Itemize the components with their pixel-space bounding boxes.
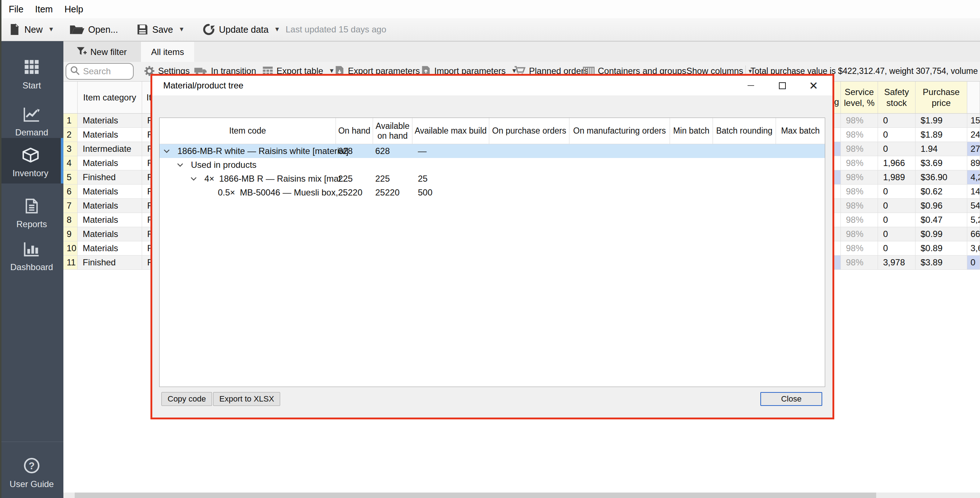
table-row[interactable]: 98% 0 $0.96 54 — [812, 199, 980, 213]
safety-stock-cell[interactable]: 0 — [878, 114, 916, 127]
safety-stock-cell[interactable]: 3,978 — [878, 255, 916, 270]
purchase-price-header[interactable]: Purchase price — [916, 82, 967, 113]
safety-stock-cell[interactable]: 0 — [878, 213, 916, 227]
table-row[interactable]: 98% 0 $0.99 66 — [812, 227, 980, 241]
clipped-value-cell[interactable]: 89 — [967, 156, 980, 170]
purchase-price-cell[interactable]: $0.99 — [916, 227, 967, 241]
item-category-cell[interactable]: Materials — [78, 128, 142, 142]
menu-item[interactable]: File — [3, 4, 29, 14]
caret-down-icon[interactable]: ▼ — [329, 67, 335, 75]
safety-stock-cell[interactable]: 0 — [878, 185, 916, 198]
clipped-value-cell[interactable]: 54 — [967, 199, 980, 213]
chevron-down-icon[interactable] — [177, 163, 191, 167]
purchase-price-cell[interactable]: $3.89 — [916, 255, 967, 270]
clipped-value-cell[interactable]: 27 — [967, 142, 980, 156]
new-filter-button[interactable]: New filter — [76, 41, 127, 62]
sidebar-item-reports[interactable]: Reports — [0, 194, 64, 229]
scrollbar-thumb[interactable] — [75, 493, 876, 498]
tree-column-header[interactable]: Item code — [159, 118, 336, 144]
service-level-cell[interactable]: 98% — [841, 185, 878, 198]
item-category-cell[interactable]: Intermediate — [78, 142, 142, 156]
horizontal-scrollbar[interactable] — [64, 493, 980, 498]
safety-stock-cell[interactable]: 0 — [878, 199, 916, 213]
service-level-cell[interactable]: 98% — [841, 170, 878, 184]
purchase-price-cell[interactable]: $1.89 — [916, 128, 967, 142]
tree-row[interactable]: 0.5× MB-50046 — Muesli box,... 25220 252… — [159, 186, 825, 200]
item-category-cell[interactable]: Materials — [78, 213, 142, 227]
tree-column-header[interactable]: On hand — [336, 118, 373, 144]
clipped-column-header[interactable] — [967, 82, 980, 113]
service-level-header[interactable]: Service level, % — [841, 82, 878, 113]
save-button[interactable]: Save ▼ — [136, 18, 185, 41]
caret-down-icon[interactable]: ▼ — [48, 26, 54, 33]
purchase-price-cell[interactable]: $0.47 — [916, 213, 967, 227]
item-category-cell[interactable]: Materials — [78, 199, 142, 213]
clipped-value-cell[interactable]: 24 — [967, 128, 980, 142]
minimize-button[interactable] — [740, 76, 762, 95]
copy-code-button[interactable]: Copy code — [161, 392, 212, 406]
clipped-value-cell[interactable]: 0 — [967, 255, 980, 270]
safety-stock-header[interactable]: Safety stock — [878, 82, 916, 113]
table-row[interactable]: 98% 0 1.94 27 — [812, 142, 980, 156]
open-button[interactable]: Open... — [69, 18, 118, 41]
service-level-cell[interactable]: 98% — [841, 255, 878, 270]
tree-row[interactable]: 1866-MB-R white — Raisins white [materia… — [159, 144, 825, 158]
safety-stock-cell[interactable]: 0 — [878, 241, 916, 255]
service-level-cell[interactable]: 98% — [841, 213, 878, 227]
dialog-close-button[interactable]: Close — [760, 392, 822, 406]
purchase-price-cell[interactable]: $1.99 — [916, 114, 967, 127]
tab-all-items[interactable]: All items — [141, 42, 194, 62]
sidebar-item-dashboard[interactable]: Dashboard — [0, 237, 64, 272]
item-category-cell[interactable]: Finished — [78, 255, 142, 270]
purchase-price-cell[interactable]: 1.94 — [916, 142, 967, 156]
menu-item[interactable]: Item — [29, 4, 59, 14]
service-level-cell[interactable]: 98% — [841, 227, 878, 241]
table-row[interactable]: 98% 0 $0.47 5,2 — [812, 213, 980, 227]
table-row[interactable]: 98% 0 $0.89 3,6 — [812, 241, 980, 255]
tree-column-header[interactable]: Batch rounding — [713, 118, 776, 144]
tree-row[interactable]: Used in products — [159, 158, 825, 172]
search-box[interactable] — [65, 63, 134, 80]
caret-down-icon[interactable]: ▼ — [178, 26, 185, 33]
chevron-down-icon[interactable] — [191, 177, 204, 181]
item-category-cell[interactable]: Materials — [78, 114, 142, 127]
purchase-price-cell[interactable]: $0.62 — [916, 185, 967, 198]
new-button[interactable]: New ▼ — [8, 18, 54, 41]
service-level-cell[interactable]: 98% — [841, 142, 878, 156]
safety-stock-cell[interactable]: 1,966 — [878, 156, 916, 170]
clipped-value-cell[interactable]: 15 — [967, 114, 980, 127]
dialog-title-bar[interactable]: Material/product tree ✕ — [152, 76, 832, 95]
sidebar-item-demand[interactable]: Demand — [0, 103, 64, 137]
item-category-cell[interactable]: Materials — [78, 227, 142, 241]
sidebar-item-inventory[interactable]: Inventory — [0, 138, 64, 184]
tree-column-header[interactable]: Max batch — [776, 118, 825, 144]
table-row[interactable]: 98% 0 $1.99 15 — [812, 114, 980, 128]
table-row[interactable]: 98% 3,978 $3.89 0 — [812, 255, 980, 270]
clipped-value-cell[interactable]: 14 — [967, 185, 980, 198]
item-category-cell[interactable]: Materials — [78, 241, 142, 255]
tree-column-header[interactable]: On purchase orders — [489, 118, 570, 144]
close-button[interactable]: ✕ — [802, 76, 825, 95]
item-category-cell[interactable]: Materials — [78, 156, 142, 170]
service-level-cell[interactable]: 98% — [841, 114, 878, 127]
tree-row[interactable]: 4× 1866-MB R — Raisins mix [mat... 225 2… — [159, 172, 825, 186]
table-row[interactable]: 98% 0 $0.62 14 — [812, 185, 980, 199]
table-row[interactable]: 98% 1,966 $3.69 89 — [812, 156, 980, 170]
clipped-value-cell[interactable]: 5,2 — [967, 213, 980, 227]
update-data-button[interactable]: Update data ▼ — [202, 18, 280, 41]
tree-column-header[interactable]: Min batch — [670, 118, 713, 144]
purchase-price-cell[interactable]: $0.89 — [916, 241, 967, 255]
clipped-value-cell[interactable]: 66 — [967, 227, 980, 241]
search-input[interactable] — [83, 66, 127, 76]
table-row[interactable]: 98% 1,989 $36.90 4,2 — [812, 170, 980, 185]
item-category-header[interactable]: Item category — [78, 82, 142, 113]
service-level-cell[interactable]: 98% — [841, 241, 878, 255]
table-row[interactable]: 98% 0 $1.89 24 — [812, 128, 980, 142]
item-category-cell[interactable]: Finished — [78, 170, 142, 184]
purchase-price-cell[interactable]: $3.69 — [916, 156, 967, 170]
clipped-value-cell[interactable]: 3,6 — [967, 241, 980, 255]
row-number-header[interactable] — [64, 82, 78, 113]
safety-stock-cell[interactable]: 0 — [878, 128, 916, 142]
clipped-value-cell[interactable]: 4,2 — [967, 170, 980, 184]
sidebar-item-user-guide[interactable]: ? User Guide — [0, 454, 64, 490]
